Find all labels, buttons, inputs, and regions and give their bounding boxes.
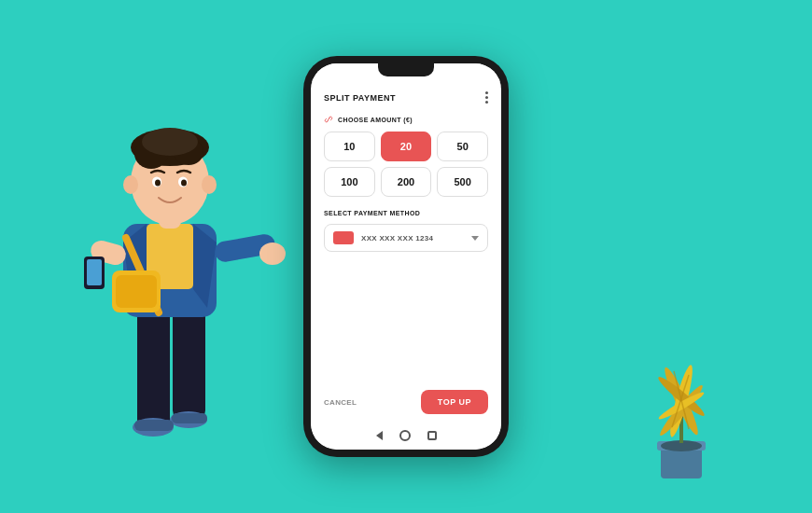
amount-btn-200[interactable]: 200 — [381, 167, 432, 197]
choose-amount-label: CHOOSE AMOUNT (€) — [324, 115, 488, 124]
payment-method-selector[interactable]: XXX XXX XXX 1234 — [324, 224, 488, 252]
payment-method-label: SELECT PAYMENT METHOD — [324, 210, 488, 216]
action-buttons: CANCEL TOP UP — [324, 390, 488, 414]
svg-rect-26 — [87, 259, 102, 285]
phone-screen: SPLIT PAYMENT CHOOSE AMOUNT (€) 10 20 — [311, 63, 501, 450]
recents-nav-icon[interactable] — [427, 431, 437, 440]
phone-bottom-nav — [311, 422, 501, 450]
svg-point-40 — [202, 175, 217, 194]
choose-amount-text: CHOOSE AMOUNT (€) — [338, 117, 413, 123]
card-color-swatch — [333, 231, 354, 244]
home-nav-icon[interactable] — [399, 430, 411, 441]
cancel-button[interactable]: CANCEL — [324, 398, 357, 407]
menu-dot-3 — [485, 101, 488, 104]
svg-rect-23 — [116, 275, 157, 308]
amount-btn-50[interactable]: 50 — [437, 132, 488, 161]
person-illustration — [49, 19, 291, 494]
svg-rect-12 — [173, 308, 205, 420]
svg-rect-15 — [134, 420, 174, 431]
link-icon — [324, 115, 333, 124]
menu-dot-2 — [485, 96, 488, 99]
amount-btn-20[interactable]: 20 — [381, 132, 432, 161]
chevron-down-icon — [471, 236, 479, 241]
amount-btn-500[interactable]: 500 — [437, 167, 488, 197]
svg-point-37 — [155, 180, 161, 187]
amount-btn-10[interactable]: 10 — [324, 132, 375, 161]
amount-grid: 10 20 50 100 200 500 — [324, 132, 488, 197]
back-nav-icon[interactable] — [376, 431, 383, 440]
amount-btn-100[interactable]: 100 — [324, 167, 375, 197]
menu-dot-1 — [485, 91, 488, 94]
phone-notch — [378, 63, 434, 76]
svg-point-28 — [259, 243, 286, 265]
svg-point-39 — [123, 175, 138, 194]
app-header: SPLIT PAYMENT — [324, 91, 488, 104]
card-number-text: XXX XXX XXX 1234 — [361, 234, 464, 243]
app-content: SPLIT PAYMENT CHOOSE AMOUNT (€) 10 20 — [311, 82, 501, 422]
phone-mockup: SPLIT PAYMENT CHOOSE AMOUNT (€) 10 20 — [303, 56, 509, 457]
svg-point-38 — [181, 180, 187, 187]
app-title: SPLIT PAYMENT — [324, 93, 396, 103]
menu-dots-icon[interactable] — [485, 91, 488, 104]
svg-rect-11 — [137, 308, 170, 429]
svg-rect-16 — [172, 413, 207, 423]
svg-point-34 — [142, 128, 198, 156]
topup-button[interactable]: TOP UP — [421, 390, 488, 414]
plant-decoration — [625, 308, 737, 494]
